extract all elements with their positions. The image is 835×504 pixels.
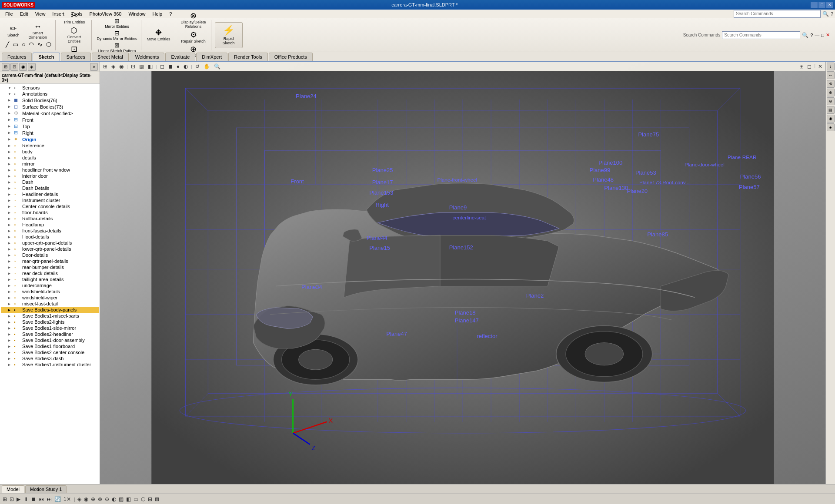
menu-question[interactable]: ? xyxy=(166,10,175,17)
view-btn-2[interactable]: ◈ xyxy=(110,63,117,70)
tree-item-origin[interactable]: ▶✦Origin xyxy=(1,136,99,143)
rectangle-tool[interactable]: ▭ xyxy=(11,40,20,48)
ib-btn-speed[interactable]: 1✕ xyxy=(63,496,72,503)
move-entities-button[interactable]: ✥ Move Entities xyxy=(145,28,172,43)
ib-btn-12[interactable]: ⊗ xyxy=(97,496,103,503)
question-icon[interactable]: ? xyxy=(831,11,833,17)
mirror-entities-button[interactable]: ⊞ Mirror Entities xyxy=(104,17,130,29)
tree-item-solid-bodies[interactable]: ▶◼Solid Bodies(76) xyxy=(1,97,99,103)
view-btn-3[interactable]: ◉ xyxy=(118,63,125,70)
toolbar-restore-icon[interactable]: □ xyxy=(821,33,824,38)
view-btn-4[interactable]: ⊡ xyxy=(130,63,137,70)
view-btn-zoom[interactable]: 🔍 xyxy=(213,63,222,70)
tree-item-rear-bumper-details[interactable]: ▶▫rear-bumper-details xyxy=(1,264,99,270)
ib-btn-5[interactable]: ⏹ xyxy=(30,496,37,503)
ib-btn-8[interactable]: 🔄 xyxy=(53,496,62,503)
display-delete-relations-button[interactable]: ⊗ Display/Delete Relations xyxy=(179,11,208,30)
polygon-tool[interactable]: ⬡ xyxy=(45,40,53,48)
spline-tool[interactable]: ∿ xyxy=(36,40,44,48)
tree-item-sensors[interactable]: ▼▪Sensors xyxy=(1,85,99,91)
tree-item-reference[interactable]: ▶▫Reference xyxy=(1,143,99,149)
tree-item-front-fascia-details[interactable]: ▶▫front-fascia-details xyxy=(1,228,99,234)
view-btn-6[interactable]: ◧ xyxy=(147,63,154,70)
rm-btn-3[interactable]: ⟲ xyxy=(827,80,835,88)
tree-item-save-bodies3-dash[interactable]: ▶▪Save Bodies3-dash xyxy=(1,355,99,361)
view-btn-8[interactable]: ◼ xyxy=(167,63,174,70)
tree-item-interior-door[interactable]: ▶▫interior door xyxy=(1,173,99,179)
view-tile-btn[interactable]: ⊞ xyxy=(798,63,805,70)
view-btn-rotate[interactable]: ↺ xyxy=(194,63,201,70)
tree-item-body[interactable]: ▶▫body xyxy=(1,149,99,155)
tab-weldments[interactable]: Weldments xyxy=(130,53,165,61)
tab-surfaces[interactable]: Surfaces xyxy=(61,53,91,61)
trim-entities-button[interactable]: ✂ Trim Entities xyxy=(62,11,87,26)
ib-btn-9[interactable]: ◈ xyxy=(77,496,82,503)
tree-item-front[interactable]: ▶⊞Front xyxy=(1,116,99,123)
convert-entities-button[interactable]: ⬡ Convert Entities xyxy=(59,26,89,45)
tree-item-taillight-area-details[interactable]: ▶▫taillight-area-details xyxy=(1,276,99,282)
tree-item-right[interactable]: ▶⊞Right xyxy=(1,129,99,136)
view-btn-pan[interactable]: ✋ xyxy=(202,63,211,70)
tree-item-mirror[interactable]: ▶▫mirror xyxy=(1,161,99,167)
rm-btn-5[interactable]: ⊖ xyxy=(827,97,835,105)
tree-item-windshield-details[interactable]: ▶▫windshield-details xyxy=(1,288,99,295)
ib-btn-15[interactable]: ▨ xyxy=(118,496,124,503)
rm-btn-1[interactable]: ↕ xyxy=(827,63,835,70)
tab-evaluate[interactable]: Evaluate xyxy=(165,53,195,61)
tree-item-annotations[interactable]: ▼▪Annotations xyxy=(1,91,99,97)
ib-btn-20[interactable]: ⊠ xyxy=(154,496,160,503)
tree-item-save-bodies1-side-mirror[interactable]: ▶▪Save Bodies1-side-mirror xyxy=(1,325,99,331)
toolbar-help-icon[interactable]: ? xyxy=(810,33,813,38)
tree-item-instrument-cluster[interactable]: ▶▫Instrument cluster xyxy=(1,197,99,203)
tab-office-products[interactable]: Office Products xyxy=(269,53,313,61)
close-button[interactable]: ✕ xyxy=(826,2,833,8)
tree-item-material[interactable]: ▶⚙Material <not specified> xyxy=(1,110,99,116)
line-tool[interactable]: ╱ xyxy=(4,40,10,48)
rm-btn-8[interactable]: ◈ xyxy=(827,123,835,131)
tree-item-miscel-last-detail[interactable]: ▶▫miscel-last-detail xyxy=(1,301,99,307)
tree-item-top[interactable]: ▶⊞Top xyxy=(1,123,99,129)
tree-item-lower-qrtr-panel-details[interactable]: ▶▫lower-qrtr-panel-details xyxy=(1,246,99,252)
car-3d-view[interactable]: Y X Z Plane24 Plane25 Plane17 Plane153 P… xyxy=(100,71,825,484)
smart-dimension-button[interactable]: ↔ Smart Dimension xyxy=(23,22,53,41)
tree-item-save-bodies1-miscel-parts[interactable]: ▶▪Save Bodies1-miscel-parts xyxy=(1,313,99,319)
arc-tool[interactable]: ◠ xyxy=(27,40,35,48)
fm-btn-expand[interactable]: » xyxy=(90,63,98,71)
tree-item-hood-details[interactable]: ▶▫Hood-details xyxy=(1,234,99,240)
ib-btn-14[interactable]: ◐ xyxy=(111,496,117,503)
fm-btn-4[interactable]: ◈ xyxy=(28,63,36,71)
ib-btn-4[interactable]: ⏸ xyxy=(22,496,29,503)
search-icon[interactable]: 🔍 xyxy=(822,11,829,17)
view-btn-standard[interactable]: ⊞ xyxy=(102,63,109,70)
toolbar-search-input[interactable] xyxy=(722,31,800,39)
menu-edit[interactable]: Edit xyxy=(17,10,32,17)
repair-sketch-button[interactable]: ⚙ Repair Sketch xyxy=(179,30,207,45)
menu-window[interactable]: Window xyxy=(125,10,149,17)
tree-item-save-bodies2-headliner[interactable]: ▶▪Save Bodies2-headliner xyxy=(1,331,99,337)
tab-features[interactable]: Features xyxy=(2,53,32,61)
view-btn-7[interactable]: ◻ xyxy=(159,63,166,70)
toolbar-minimize-icon[interactable]: — xyxy=(815,33,819,38)
tree-item-rollbar-details[interactable]: ▶▫Rollbar-details xyxy=(1,216,99,222)
tree-item-save-bodies2-lights[interactable]: ▶▪Save Bodies2-lights xyxy=(1,319,99,325)
tree-item-rear-deck-details[interactable]: ▶▫rear-deck-details xyxy=(1,270,99,276)
ib-btn-13[interactable]: ⊙ xyxy=(104,496,110,503)
ib-btn-6[interactable]: ⏮ xyxy=(38,496,45,503)
tree-item-windshield-wiper[interactable]: ▶▫windshield-wiper xyxy=(1,295,99,301)
search-input[interactable] xyxy=(734,10,821,18)
ib-btn-3[interactable]: ▶ xyxy=(16,496,21,503)
ib-btn-7[interactable]: ⏭ xyxy=(46,496,53,503)
rm-btn-2[interactable]: ↔ xyxy=(827,71,835,79)
circle-tool[interactable]: ○ xyxy=(20,40,27,48)
menu-file[interactable]: File xyxy=(2,10,17,17)
tree-item-save-bodies1-door-assembly[interactable]: ▶▪Save Bodies1-door-assembly xyxy=(1,337,99,343)
tree-item-dash-details[interactable]: ▶▫Dash Details xyxy=(1,185,99,191)
ib-btn-2[interactable]: ⊡ xyxy=(9,496,15,503)
minimize-button[interactable]: — xyxy=(811,2,818,8)
view-btn-wireframe[interactable]: ◐ xyxy=(182,63,189,70)
ib-btn-1[interactable]: ⊞ xyxy=(2,496,8,503)
ib-btn-11[interactable]: ⊕ xyxy=(90,496,96,503)
tree-item-undercarriage[interactable]: ▶▫undercarriage xyxy=(1,282,99,288)
tree-item-dash[interactable]: ▶▫Dash xyxy=(1,179,99,185)
tree-item-save-bodies1-floorboard[interactable]: ▶▪Save Bodies1-floorboard xyxy=(1,343,99,349)
